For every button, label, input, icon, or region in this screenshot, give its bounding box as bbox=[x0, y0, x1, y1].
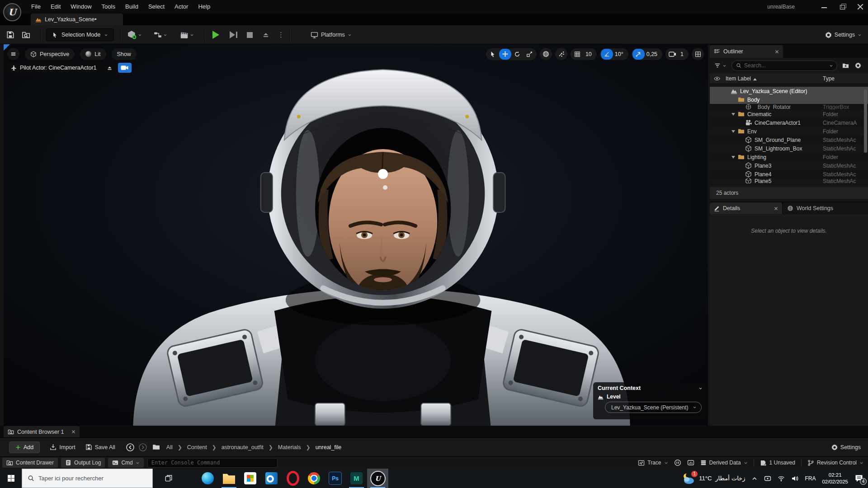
scale-snap-control[interactable]: 0,25 bbox=[632, 48, 662, 60]
column-item-label[interactable]: Item Label bbox=[726, 75, 757, 82]
taskbar-app-icon[interactable] bbox=[197, 469, 218, 488]
select-tool-button[interactable] bbox=[487, 49, 499, 60]
view-mode-dropdown[interactable]: Lit bbox=[80, 48, 106, 60]
editor-settings-dropdown[interactable]: Settings bbox=[825, 25, 862, 44]
breadcrumb-label[interactable]: unreal_file bbox=[314, 444, 344, 450]
navigate-back-button[interactable] bbox=[125, 442, 135, 452]
restore-button[interactable] bbox=[839, 4, 845, 10]
level-tab[interactable]: Lev_Yazkua_Scene• bbox=[31, 14, 123, 25]
taskbar-search-box[interactable] bbox=[22, 469, 153, 488]
maximize-viewport-button[interactable] bbox=[692, 48, 704, 60]
add-actor-dropdown[interactable] bbox=[127, 25, 142, 44]
blueprints-dropdown[interactable] bbox=[154, 25, 167, 44]
unreal-logo-icon[interactable]: U bbox=[3, 3, 21, 21]
breadcrumb-label[interactable]: astronaute_outfit bbox=[220, 444, 265, 450]
tab-world-settings[interactable]: World Settings bbox=[783, 202, 868, 214]
taskbar-app-icon[interactable]: Ps bbox=[325, 469, 346, 488]
keyboard-language[interactable]: FRA bbox=[805, 475, 816, 482]
notification-center-button[interactable]: 4 bbox=[854, 474, 863, 483]
rotate-tool-button[interactable] bbox=[511, 49, 524, 60]
play-button[interactable] bbox=[212, 25, 219, 44]
content-drawer-button[interactable]: Content Drawer bbox=[2, 458, 58, 468]
stats-meter-icon[interactable] bbox=[687, 459, 694, 466]
menu-item[interactable]: Help bbox=[193, 0, 215, 14]
outliner-row[interactable]: Plane5 StaticMeshAc bbox=[710, 178, 868, 183]
save-all-button[interactable]: Save All bbox=[85, 444, 115, 450]
outliner-row[interactable]: SM_Ground_Plane StaticMeshAc bbox=[710, 136, 868, 144]
breadcrumb-label[interactable]: Materials bbox=[276, 444, 303, 450]
taskbar-app-icon[interactable] bbox=[261, 469, 282, 488]
content-browser-button[interactable] bbox=[22, 25, 30, 44]
expand-arrow-icon[interactable] bbox=[731, 156, 738, 159]
trace-dropdown[interactable]: Trace bbox=[638, 460, 668, 466]
tab-content-browser[interactable]: Content Browser 1 bbox=[4, 426, 80, 437]
wifi-icon[interactable] bbox=[778, 475, 785, 482]
outliner-row[interactable]: Env Folder bbox=[710, 127, 868, 136]
taskbar-app-icon[interactable] bbox=[240, 469, 261, 488]
unsaved-button[interactable]: 1 Unsaved bbox=[760, 460, 795, 466]
import-button[interactable]: Import bbox=[50, 444, 75, 450]
surface-snapping-button[interactable] bbox=[555, 48, 567, 60]
world-coordinate-button[interactable] bbox=[540, 48, 552, 60]
breadcrumb-item[interactable]: astronaute_outfit ❯ bbox=[220, 444, 276, 450]
expand-arrow-icon[interactable] bbox=[731, 113, 738, 116]
outliner-row[interactable]: Lighting Folder bbox=[710, 153, 868, 161]
breadcrumb-item[interactable]: unreal_file ❯ bbox=[314, 444, 344, 450]
navigate-forward-button[interactable] bbox=[138, 442, 148, 452]
cinematics-dropdown[interactable] bbox=[180, 25, 194, 44]
camera-speed-control[interactable]: 1 bbox=[665, 48, 689, 60]
stop-piloting-button[interactable] bbox=[104, 62, 116, 73]
console-command-input[interactable] bbox=[151, 460, 274, 466]
level-context-dropdown[interactable]: Lev_Yazkua_Scene (Persistent) bbox=[605, 402, 702, 413]
taskbar-app-icon[interactable] bbox=[303, 469, 325, 488]
minimize-button[interactable] bbox=[821, 4, 827, 10]
scale-tool-button[interactable] bbox=[524, 49, 536, 60]
create-folder-icon[interactable] bbox=[842, 62, 849, 69]
frame-skip-button[interactable] bbox=[230, 25, 237, 44]
rotation-snap-control[interactable]: 10° bbox=[600, 48, 628, 60]
scrollbar-thumb[interactable] bbox=[864, 89, 867, 153]
close-icon[interactable] bbox=[775, 50, 779, 54]
outliner-row[interactable]: Cinematic Folder bbox=[710, 110, 868, 118]
taskbar-search-input[interactable] bbox=[38, 475, 147, 482]
breadcrumb-item[interactable]: Content ❯ bbox=[185, 444, 220, 450]
screen-cast-icon[interactable] bbox=[764, 475, 771, 482]
menu-item[interactable]: Build bbox=[120, 0, 143, 14]
task-view-button[interactable] bbox=[158, 469, 179, 488]
outliner-row[interactable]: _Body_Rotator TriggerBox bbox=[710, 104, 868, 110]
taskbar-app-icon[interactable]: M bbox=[346, 469, 367, 488]
show-dropdown[interactable]: Show bbox=[112, 48, 137, 60]
derived-data-dropdown[interactable]: Derived Data bbox=[700, 460, 748, 466]
visibility-eye-icon[interactable] bbox=[714, 75, 720, 82]
taskbar-app-icon[interactable] bbox=[218, 469, 240, 488]
selection-mode-dropdown[interactable]: Selection Mode bbox=[46, 25, 114, 44]
breadcrumb-label[interactable]: Content bbox=[185, 444, 209, 450]
taskbar-app-icon[interactable]: U bbox=[367, 469, 388, 488]
pilot-actor-indicator[interactable]: Pilot Actor: CineCameraActor1 bbox=[6, 62, 101, 73]
taskbar-clock[interactable]: 02:21 02/02/2025 bbox=[822, 472, 848, 485]
stop-button[interactable] bbox=[247, 25, 253, 44]
console-command-box[interactable] bbox=[147, 458, 278, 468]
menu-item[interactable]: Actor bbox=[170, 0, 193, 14]
outliner-filter-button[interactable] bbox=[714, 62, 726, 69]
speaker-icon[interactable] bbox=[791, 475, 798, 482]
save-button[interactable] bbox=[6, 25, 14, 44]
revision-control-dropdown[interactable]: Revision Control bbox=[807, 460, 863, 466]
menu-item[interactable]: Window bbox=[66, 0, 96, 14]
outliner-search-input[interactable] bbox=[744, 62, 826, 69]
perspective-dropdown[interactable]: Perspective bbox=[25, 48, 75, 60]
outliner-row[interactable]: CineCameraActor1 CineCameraA bbox=[710, 118, 868, 127]
cmd-dropdown[interactable]: Cmd bbox=[108, 458, 143, 468]
outliner-row[interactable]: Lev_Yazkua_Scene (Editor) bbox=[710, 87, 868, 95]
taskbar-weather-widget[interactable]: 1 11°C زخات أمطار bbox=[682, 472, 745, 485]
move-tool-button[interactable] bbox=[499, 49, 511, 60]
collapse-chevron-icon[interactable] bbox=[698, 386, 703, 390]
menu-item[interactable]: Select bbox=[143, 0, 170, 14]
taskbar-app-icon[interactable] bbox=[282, 469, 303, 488]
breadcrumb-item[interactable]: All ❯ bbox=[165, 444, 185, 450]
folder-icon[interactable] bbox=[152, 443, 160, 451]
outliner-row[interactable]: Body bbox=[710, 95, 868, 104]
viewport-canvas[interactable]: Perspective Lit Show Pilot Actor: CineCa… bbox=[4, 44, 708, 426]
outliner-row[interactable]: Plane3 StaticMeshAc bbox=[710, 161, 868, 170]
breadcrumb-label[interactable]: All bbox=[165, 444, 175, 450]
